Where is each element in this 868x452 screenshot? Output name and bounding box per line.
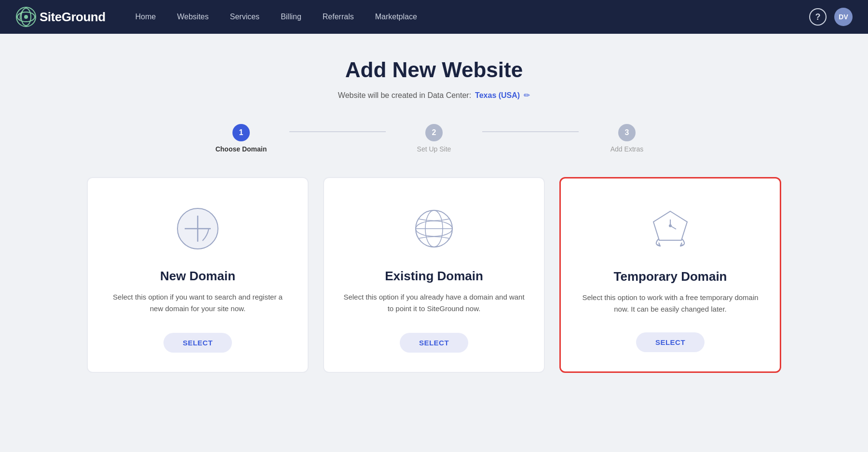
edit-icon[interactable]: ✏ bbox=[524, 91, 530, 100]
page-title: Add New Website bbox=[345, 58, 523, 82]
temporary-domain-desc: Select this option to work with a free t… bbox=[580, 292, 760, 315]
nav-billing[interactable]: Billing bbox=[270, 0, 312, 34]
nav-services[interactable]: Services bbox=[219, 0, 270, 34]
svg-point-14 bbox=[669, 224, 672, 227]
nav-marketplace[interactable]: Marketplace bbox=[365, 0, 428, 34]
temporary-domain-icon bbox=[644, 203, 697, 256]
logo-text: SiteGround bbox=[40, 10, 106, 25]
step-3-label: Add Extras bbox=[610, 145, 643, 153]
step-3-circle: 3 bbox=[618, 124, 636, 141]
temporary-domain-select-button[interactable]: SELECT bbox=[636, 332, 705, 352]
avatar-button[interactable]: DV bbox=[834, 8, 853, 26]
step-connector-1 bbox=[289, 131, 386, 132]
step-1-label: Choose Domain bbox=[216, 145, 267, 153]
step-2-label: Set Up Site bbox=[417, 145, 451, 153]
step-3: 3 Add Extras bbox=[579, 124, 675, 153]
step-connector-2 bbox=[482, 131, 579, 132]
svg-point-3 bbox=[24, 15, 28, 19]
main-content: Add New Website Website will be created … bbox=[0, 34, 868, 402]
existing-domain-card[interactable]: Existing Domain Select this option if yo… bbox=[323, 177, 545, 373]
new-domain-select-button[interactable]: SELECT bbox=[163, 333, 232, 353]
temporary-domain-card[interactable]: Temporary Domain Select this option to w… bbox=[559, 177, 781, 373]
navbar: SiteGround Home Websites Services Billin… bbox=[0, 0, 868, 34]
datacenter-link[interactable]: Texas (USA) bbox=[475, 91, 520, 100]
subtitle-prefix: Website will be created in Data Center: bbox=[338, 91, 471, 100]
logo[interactable]: SiteGround bbox=[15, 6, 106, 27]
new-domain-desc: Select this option if you want to search… bbox=[107, 291, 288, 315]
existing-domain-select-button[interactable]: SELECT bbox=[400, 333, 468, 353]
existing-domain-title: Existing Domain bbox=[385, 269, 483, 284]
new-domain-title: New Domain bbox=[160, 269, 235, 284]
cards-row: New Domain Select this option if you wan… bbox=[77, 177, 791, 373]
existing-domain-icon bbox=[407, 202, 461, 255]
temporary-domain-title: Temporary Domain bbox=[613, 269, 727, 284]
stepper: 1 Choose Domain 2 Set Up Site 3 Add Extr… bbox=[193, 124, 675, 153]
step-1-circle: 1 bbox=[232, 124, 250, 141]
step-2-circle: 2 bbox=[425, 124, 443, 141]
nav-home[interactable]: Home bbox=[125, 0, 167, 34]
nav-referrals[interactable]: Referrals bbox=[312, 0, 365, 34]
help-button[interactable]: ? bbox=[809, 8, 827, 26]
new-domain-icon bbox=[171, 202, 224, 255]
nav-links: Home Websites Services Billing Referrals… bbox=[125, 0, 809, 34]
step-1: 1 Choose Domain bbox=[193, 124, 289, 153]
nav-websites[interactable]: Websites bbox=[166, 0, 219, 34]
nav-right: ? DV bbox=[809, 8, 853, 26]
existing-domain-desc: Select this option if you already have a… bbox=[343, 291, 525, 315]
new-domain-card[interactable]: New Domain Select this option if you wan… bbox=[87, 177, 309, 373]
subtitle: Website will be created in Data Center: … bbox=[338, 91, 530, 100]
step-2: 2 Set Up Site bbox=[386, 124, 482, 153]
